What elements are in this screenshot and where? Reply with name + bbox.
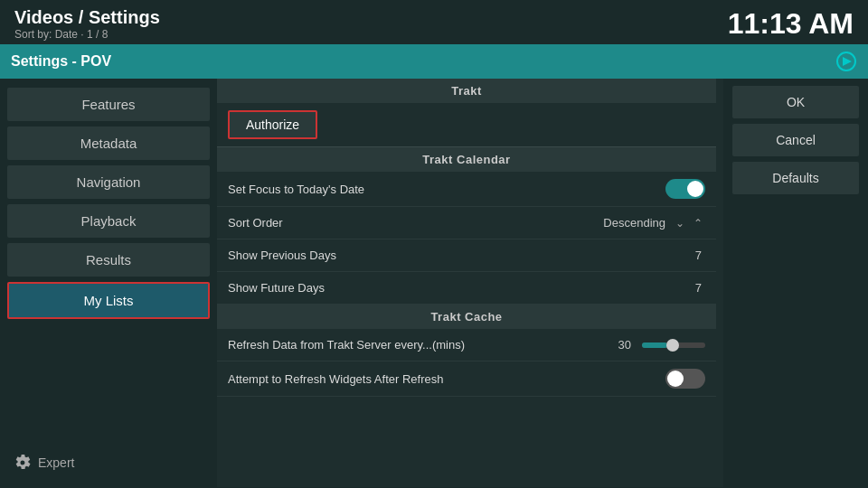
trakt-section-heading: Trakt [217, 79, 716, 103]
sort-order-row: Sort Order Descending ⌄ ⌃ [217, 207, 716, 239]
gear-icon [14, 455, 31, 471]
sort-order-controls: Descending ⌄ ⌃ [603, 216, 705, 230]
attempt-refresh-toggle[interactable] [665, 369, 705, 389]
sidebar-item-navigation[interactable]: Navigation [7, 165, 210, 199]
refresh-data-label: Refresh Data from Trakt Server every...(… [228, 338, 618, 352]
kodi-icon [835, 51, 857, 72]
defaults-button[interactable]: Defaults [732, 162, 859, 194]
settings-title: Settings - POV [11, 53, 111, 70]
refresh-slider-container: 30 [618, 338, 705, 352]
show-prev-days-value[interactable]: 7 [695, 249, 702, 262]
attempt-refresh-label: Attempt to Refresh Widgets After Refresh [228, 372, 665, 386]
main-content: Features Metadata Navigation Playback Re… [0, 79, 868, 487]
sidebar-item-features[interactable]: Features [7, 88, 210, 121]
refresh-slider-fill [642, 343, 667, 348]
set-focus-label: Set Focus to Today's Date [228, 183, 665, 196]
trakt-cache-heading: Trakt Cache [217, 305, 716, 329]
show-prev-days-row: Show Previous Days 7 [217, 239, 716, 272]
refresh-slider-track[interactable] [642, 343, 705, 348]
show-prev-days-label: Show Previous Days [228, 249, 695, 262]
sort-info: Sort by: Date · 1 / 8 [14, 28, 160, 41]
refresh-data-row: Refresh Data from Trakt Server every...(… [217, 329, 716, 361]
expert-label: Expert [38, 455, 74, 470]
sidebar-item-results[interactable]: Results [7, 243, 210, 277]
cancel-button[interactable]: Cancel [732, 124, 859, 156]
expert-option[interactable]: Expert [0, 446, 217, 480]
sidebar-item-mylists[interactable]: My Lists [7, 282, 210, 319]
attempt-refresh-row: Attempt to Refresh Widgets After Refresh [217, 361, 716, 397]
clock: 11:13 AM [728, 7, 854, 41]
sidebar-item-metadata[interactable]: Metadata [7, 127, 210, 160]
sort-order-value: Descending [603, 216, 665, 230]
ok-button[interactable]: OK [732, 86, 859, 118]
set-focus-toggle[interactable] [665, 179, 705, 199]
top-bar: Videos / Settings Sort by: Date · 1 / 8 … [0, 0, 868, 44]
sidebar-item-playback[interactable]: Playback [7, 204, 210, 238]
settings-panel: Trakt Authorize Trakt Calendar Set Focus… [217, 79, 723, 487]
panel-inner[interactable]: Trakt Authorize Trakt Calendar Set Focus… [217, 79, 723, 487]
show-future-days-label: Show Future Days [228, 281, 695, 295]
set-focus-toggle-knob [687, 181, 703, 197]
settings-header: Settings - POV [0, 44, 868, 79]
attempt-refresh-toggle-knob [667, 371, 684, 387]
sort-down-arrow[interactable]: ⌄ [673, 216, 687, 230]
show-future-days-row: Show Future Days 7 [217, 272, 716, 305]
sidebar: Features Metadata Navigation Playback Re… [0, 79, 217, 487]
top-bar-left: Videos / Settings Sort by: Date · 1 / 8 [14, 7, 160, 41]
right-buttons: OK Cancel Defaults [723, 79, 868, 487]
page-title: Videos / Settings [14, 7, 160, 28]
authorize-tab-row: Authorize [217, 103, 716, 147]
set-focus-row: Set Focus to Today's Date [217, 172, 716, 207]
sort-order-label: Sort Order [228, 216, 603, 230]
authorize-button[interactable]: Authorize [228, 110, 317, 139]
trakt-calendar-heading: Trakt Calendar [217, 147, 716, 172]
svg-marker-1 [843, 57, 852, 66]
sort-up-arrow[interactable]: ⌃ [691, 216, 705, 230]
refresh-slider-thumb [666, 339, 679, 352]
refresh-data-value: 30 [618, 338, 631, 352]
show-future-days-value[interactable]: 7 [695, 281, 702, 295]
